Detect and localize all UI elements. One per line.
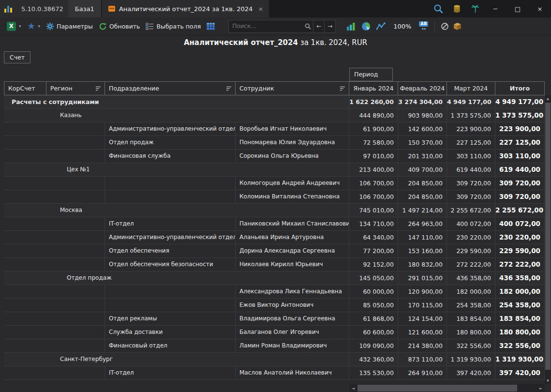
cell-month-value: 254 358,00 bbox=[447, 299, 495, 312]
titlebar-right-group: ─ □ × bbox=[429, 0, 551, 17]
cell-month-value: 303 110,00 bbox=[447, 150, 495, 163]
cell-region bbox=[46, 312, 105, 325]
account-filter-button[interactable]: Счет bbox=[4, 51, 30, 63]
cell-korschet bbox=[4, 312, 46, 325]
maximize-button[interactable]: □ bbox=[506, 0, 529, 17]
column-header-total[interactable]: Итого bbox=[495, 81, 545, 95]
cell-group-label: Казань bbox=[4, 109, 349, 122]
global-search-button[interactable] bbox=[429, 0, 447, 17]
report-tab-icon bbox=[108, 5, 116, 13]
table-row-leaf[interactable]: Финансовая службаСорокина Ольга Юрьевна9… bbox=[4, 150, 545, 163]
table-row-leaf[interactable]: Колмогорцев Андрей Андреевич106 700,0020… bbox=[4, 177, 545, 190]
search-next-button[interactable]: → bbox=[324, 20, 335, 32]
table-row-leaf[interactable]: Административно-управленческий отделАлан… bbox=[4, 231, 545, 244]
cell-total-value: 230 220,00 bbox=[495, 231, 545, 244]
column-header-korschet[interactable]: КорСчет bbox=[4, 81, 46, 95]
pie-chart-button[interactable] bbox=[358, 20, 373, 33]
cell-group-label: Москва bbox=[4, 204, 349, 217]
package-box-icon bbox=[453, 22, 462, 30]
cell-employee: Ламин Роман Владимирович bbox=[236, 339, 349, 352]
table-row-leaf[interactable]: Александрова Лика Геннадьевна60 000,0012… bbox=[4, 285, 545, 299]
chevron-down-icon: ▾ bbox=[19, 24, 21, 29]
cell-korschet bbox=[4, 366, 46, 379]
column-header-region[interactable]: Регион bbox=[46, 81, 105, 95]
hide-zeros-button[interactable] bbox=[438, 20, 451, 32]
scroll-down-button[interactable]: ▼ bbox=[545, 377, 551, 384]
horizontal-scroll-thumb[interactable] bbox=[357, 385, 517, 392]
search-prev-button[interactable]: ← bbox=[313, 20, 324, 32]
refresh-button[interactable]: Обновить bbox=[96, 20, 143, 32]
table-row-group[interactable]: Цех №1213 400,00409 700,00619 440,00619 … bbox=[4, 163, 545, 177]
table-row-region[interactable]: Санкт-Петербург432 360,00873 110,001 319… bbox=[4, 353, 545, 366]
horizontal-scrollbar[interactable]: ◄ ► bbox=[349, 384, 545, 392]
scroll-left-button[interactable]: ◄ bbox=[349, 384, 357, 392]
vertical-scrollbar[interactable]: ▲ ▼ bbox=[545, 95, 551, 384]
tab-close-icon[interactable]: × bbox=[258, 5, 263, 13]
tab-base1[interactable]: База1 bbox=[68, 0, 101, 17]
table-row-leaf[interactable]: IT-отделПаниковский Михаил Станиславович… bbox=[4, 217, 545, 231]
select-fields-label: Выбрать поля bbox=[156, 23, 201, 30]
line-chart-icon bbox=[376, 22, 386, 30]
column-header-march[interactable]: Март 2024 bbox=[447, 81, 495, 95]
favorites-button[interactable]: ▾ bbox=[24, 20, 44, 32]
grid-view-button[interactable] bbox=[204, 21, 218, 32]
app-logo-icon bbox=[0, 0, 16, 17]
bar-chart-button[interactable] bbox=[343, 20, 358, 32]
cell-korschet bbox=[4, 136, 46, 149]
scroll-up-button[interactable]: ▲ bbox=[545, 95, 551, 102]
export-excel-button[interactable]: X ▾ bbox=[4, 20, 24, 33]
parameters-button[interactable]: Параметры bbox=[43, 20, 96, 32]
column-header-february[interactable]: Февраль 2024 bbox=[398, 81, 447, 95]
star-icon bbox=[27, 22, 35, 30]
table-row-region[interactable]: Казань444 890,00903 980,001 373 575,001 … bbox=[4, 109, 545, 122]
vertical-scroll-thumb[interactable] bbox=[545, 103, 551, 370]
cell-korschet bbox=[4, 244, 46, 257]
column-header-january[interactable]: Январь 2024 bbox=[349, 81, 398, 95]
minimize-button[interactable]: ─ bbox=[484, 0, 506, 17]
arrow-right-icon: → bbox=[328, 23, 332, 30]
table-row-leaf[interactable]: IT-отделМаслов Анатолий Николаевич135 53… bbox=[4, 366, 545, 380]
table-row-leaf[interactable]: Административно-управленческий отделВоро… bbox=[4, 122, 545, 136]
scroll-right-button[interactable]: ► bbox=[537, 384, 545, 392]
zoom-level[interactable]: 100% bbox=[393, 23, 411, 30]
cell-region bbox=[46, 150, 105, 163]
cell-month-value: 409 700,00 bbox=[398, 163, 447, 176]
palm-button[interactable] bbox=[466, 0, 484, 17]
package-button[interactable] bbox=[451, 20, 463, 32]
table-row-leaf[interactable]: Финансовый отделЛамин Роман Владимирович… bbox=[4, 339, 545, 353]
cell-group-label: Отдел продаж bbox=[4, 271, 349, 285]
column-header-employee[interactable]: Сотрудник bbox=[236, 81, 349, 95]
table-row-leaf[interactable]: Коломина Виталина Степановна106 700,0020… bbox=[4, 190, 545, 204]
cell-month-value: 201 310,00 bbox=[398, 150, 447, 163]
table-row-group[interactable]: Отдел продаж145 050,00291 015,00436 358,… bbox=[4, 271, 545, 285]
table-row-region[interactable]: Москва745 010,001 497 214,002 255 672,00… bbox=[4, 204, 545, 217]
search-input[interactable] bbox=[229, 23, 302, 30]
cell-month-value: 397 420,00 bbox=[447, 366, 495, 379]
cell-month-value: 64 340,00 bbox=[349, 231, 398, 244]
table-row-leaf[interactable]: Отдел рекламыВладимирова Ольга Сергеевна… bbox=[4, 312, 545, 326]
cell-total-value: 227 125,00 bbox=[495, 136, 545, 149]
cell-month-value: 180 832,00 bbox=[398, 258, 447, 271]
tab-report-document[interactable]: Аналитический отчет_2024 за 1кв. 2024 × bbox=[102, 0, 269, 17]
period-field-button[interactable]: Период bbox=[349, 68, 393, 81]
cell-month-value: 77 200,00 bbox=[349, 244, 398, 257]
cell-department: Отдел продаж bbox=[105, 136, 236, 149]
select-fields-button[interactable]: Выбрать поля bbox=[143, 20, 204, 32]
cell-korschet bbox=[4, 339, 46, 352]
search-submit-button[interactable] bbox=[302, 20, 313, 32]
cell-month-value: 72 580,00 bbox=[349, 136, 398, 149]
table-row-leaf[interactable]: Ежов Виктор Антонович85 050,00170 115,00… bbox=[4, 299, 545, 312]
column-header-department[interactable]: Подразделение bbox=[105, 81, 236, 95]
table-row-leaf[interactable]: Служба доставкиБалаганов Олег Игоревич60… bbox=[4, 326, 545, 339]
table-row-leaf[interactable]: Отдел продажПономарева Юлия Эдуардовна72… bbox=[4, 136, 545, 150]
table-row-leaf[interactable]: Отдел обеспеченияДорина Александра Серге… bbox=[4, 244, 545, 258]
cell-department: Отдел рекламы bbox=[105, 312, 236, 325]
table-row-total[interactable]: Расчеты с сотрудниками1 622 260,003 274 … bbox=[4, 95, 545, 109]
close-button[interactable]: × bbox=[529, 0, 551, 17]
cell-employee: Аланьева Ирина Артуровна bbox=[236, 231, 349, 244]
cell-month-value: 230 220,00 bbox=[447, 231, 495, 244]
autofit-columns-button[interactable]: AB ↔ bbox=[419, 21, 428, 31]
table-row-leaf[interactable]: Отдел обеспечения безопасностиНиколаев К… bbox=[4, 258, 545, 271]
line-chart-button[interactable] bbox=[373, 20, 388, 32]
database-button[interactable] bbox=[447, 0, 466, 17]
